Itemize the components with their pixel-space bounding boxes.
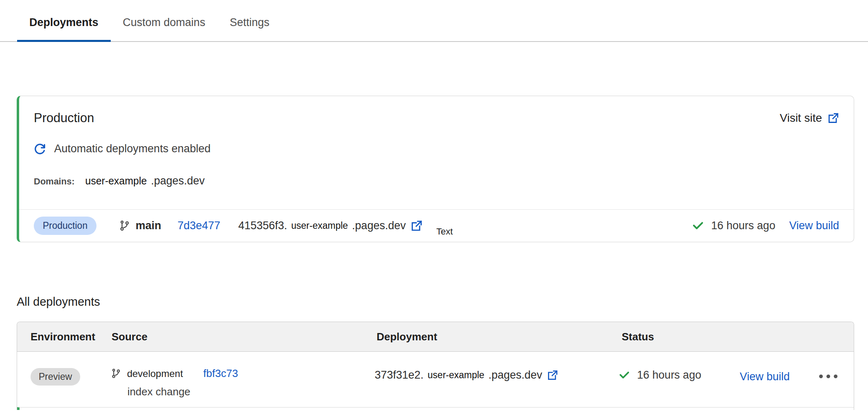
deploy-time: 16 hours ago — [711, 219, 776, 232]
commit-message: index change — [127, 386, 375, 398]
deployment-project-name: user-example — [291, 220, 348, 231]
production-title: Production — [34, 111, 94, 125]
domains-row: Domains: user-example .pages.dev — [19, 155, 854, 209]
deploy-time: 16 hours ago — [637, 369, 701, 381]
status-cluster: 16 hours ago View build — [692, 219, 839, 232]
column-header-source: Source — [112, 331, 377, 343]
git-branch-icon — [111, 368, 121, 379]
deployment-hash: 373f31e2. — [375, 369, 423, 381]
tab-bar: Deployments Custom domains Settings — [0, 0, 868, 42]
deployments-table: Environment Source Deployment Status Pre… — [17, 322, 854, 410]
deployment-hash: 415356f3. — [238, 219, 287, 232]
ellipsis-icon — [819, 375, 823, 378]
domain-suffix: .pages.dev — [151, 175, 205, 187]
production-deployment-row: Production main 7d3e477 415356f3. user-e… — [19, 209, 854, 242]
environment-cell: Preview — [31, 367, 111, 386]
environment-badge: Production — [34, 217, 96, 235]
automatic-deployments-row: Automatic deployments enabled — [19, 125, 854, 155]
visit-site-label: Visit site — [780, 112, 822, 125]
tab-custom-domains[interactable]: Custom domains — [111, 16, 218, 41]
commit-link[interactable]: fbf3c73 — [203, 367, 238, 380]
deployment-cell: 373f31e2. user-example .pages.dev — [375, 367, 618, 381]
row-menu-button[interactable] — [819, 367, 837, 378]
view-build-link[interactable]: View build — [740, 367, 819, 383]
domain-name: user-example — [85, 175, 147, 187]
column-header-deployment: Deployment — [377, 331, 622, 343]
production-card: Production Visit site Automatic deployme… — [17, 96, 854, 242]
next-row-partial — [17, 407, 854, 410]
column-header-environment: Environment — [31, 331, 112, 343]
branch-name: main — [136, 219, 161, 232]
external-link-icon[interactable] — [547, 370, 558, 381]
table-row: Preview development fbf3c73 index change — [17, 352, 854, 407]
git-branch-icon — [119, 220, 130, 231]
tab-deployments[interactable]: Deployments — [17, 16, 111, 41]
domains-label: Domains: — [34, 176, 75, 187]
production-card-header: Production Visit site — [19, 96, 854, 125]
deployment-domain-suffix: .pages.dev — [352, 219, 406, 232]
note-label: Text — [436, 226, 453, 237]
external-link-icon[interactable] — [411, 220, 423, 232]
status-cell: 16 hours ago — [618, 367, 740, 381]
check-icon — [692, 219, 704, 232]
ellipsis-icon — [826, 375, 830, 378]
all-deployments-title: All deployments — [17, 295, 868, 309]
commit-link[interactable]: 7d3e477 — [178, 219, 220, 232]
environment-badge: Preview — [31, 368, 80, 386]
tab-settings[interactable]: Settings — [217, 16, 282, 41]
external-link-icon — [828, 112, 839, 124]
visit-site-link[interactable]: Visit site — [780, 112, 839, 125]
deployment-domain-suffix: .pages.dev — [489, 369, 542, 381]
automatic-deployments-text: Automatic deployments enabled — [54, 142, 210, 155]
deployment-url: 415356f3. user-example .pages.dev — [238, 219, 423, 232]
check-icon — [618, 369, 630, 381]
column-header-status: Status — [622, 331, 837, 343]
deployment-project-name: user-example — [427, 370, 484, 381]
branch-group: main — [119, 219, 161, 232]
table-header: Environment Source Deployment Status — [17, 322, 854, 352]
view-build-link[interactable]: View build — [789, 219, 839, 232]
ellipsis-icon — [834, 375, 837, 378]
source-cell: development fbf3c73 index change — [111, 367, 375, 398]
refresh-icon — [34, 143, 46, 155]
branch-name: development — [127, 368, 183, 379]
